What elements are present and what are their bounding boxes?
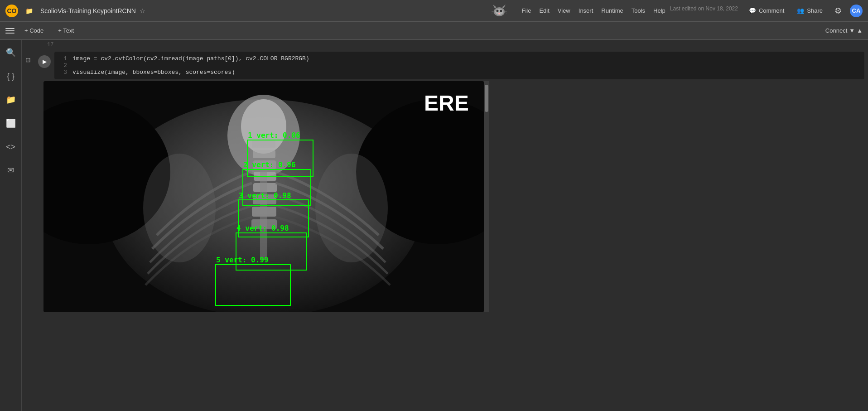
- add-text-button[interactable]: + Text: [53, 25, 78, 36]
- colab-logo: CO: [5, 5, 18, 17]
- cell-code-content[interactable]: 1 image = cv2.cvtColor(cv2.imread(image_…: [54, 52, 864, 79]
- svg-point-6: [498, 13, 500, 14]
- top-bar: CO 📁 ScolioVis-Training KeypointRCNN ☆ F…: [0, 0, 868, 22]
- svg-text:4 vert: 0.98: 4 vert: 0.98: [236, 224, 289, 232]
- sidebar-search-icon[interactable]: 🔍: [4, 45, 18, 60]
- svg-text:2 vert: 0.96: 2 vert: 0.96: [243, 160, 296, 169]
- code-line-2: 2: [60, 62, 859, 69]
- prev-cell-line: 17: [22, 40, 868, 50]
- svg-rect-17: [252, 140, 275, 148]
- cell-expand-icon[interactable]: ⊡: [25, 52, 34, 79]
- notebook-title-text: ScolioVis-Training KeypointRCNN: [40, 7, 136, 15]
- sidebar-expand-icon[interactable]: ⬜: [4, 116, 18, 131]
- avatar[interactable]: CA: [850, 5, 863, 17]
- vertical-scrollbar[interactable]: [484, 81, 489, 312]
- top-right: 💬 Comment 👥 Share ⚙ CA: [745, 5, 863, 17]
- chevron-down-icon: ▼: [849, 27, 855, 34]
- scrollbar-thumb[interactable]: [485, 85, 488, 112]
- run-cell-button[interactable]: ▶: [38, 55, 51, 68]
- menu-runtime[interactable]: Runtime: [598, 5, 627, 16]
- svg-rect-25: [260, 169, 267, 260]
- menu-view[interactable]: View: [554, 5, 574, 16]
- menu-file[interactable]: File: [518, 5, 535, 16]
- comment-icon: 💬: [749, 7, 756, 14]
- svg-text:5 vert: 0.99: 5 vert: 0.99: [216, 256, 269, 264]
- svg-text:1 vert: 0.86: 1 vert: 0.86: [248, 131, 300, 140]
- svg-text:ERE: ERE: [424, 91, 469, 115]
- menu-help[interactable]: Help: [650, 5, 669, 16]
- main-layout: 🔍 { } 📁 ⬜ <> ✉ 17 ⊡ ▶ 1 image = cv2.cvtC…: [0, 40, 868, 411]
- sidebar-mail-icon[interactable]: ✉: [4, 163, 18, 178]
- connect-button[interactable]: Connect ▼ ▲: [825, 27, 863, 34]
- svg-text:3 vert: 0.98: 3 vert: 0.98: [239, 191, 291, 200]
- code-line-3: 3 visualize(image, bboxes=bboxes, scores…: [60, 69, 859, 76]
- sidebar-folder-icon[interactable]: 📁: [4, 92, 18, 107]
- sidebar-code-icon[interactable]: { }: [4, 69, 18, 83]
- menu-bar: File Edit View Insert Runtime Tools Help…: [518, 5, 738, 16]
- cat-mascot: [488, 2, 511, 20]
- last-edited: Last edited on Nov 18, 2022: [670, 5, 738, 16]
- drive-icon: 📁: [25, 7, 33, 15]
- hamburger-menu-icon[interactable]: [5, 26, 14, 35]
- cell-output: 1 vert: 0.86 2 vert: 0.96 3 vert: 0.98 4…: [22, 81, 868, 316]
- sidebar: 🔍 { } 📁 ⬜ <> ✉: [0, 40, 22, 411]
- svg-point-5: [500, 10, 502, 12]
- svg-marker-2: [502, 5, 506, 8]
- secondary-bar: + Code + Text Connect ▼ ▲: [0, 22, 868, 40]
- svg-line-10: [504, 13, 507, 13]
- settings-icon[interactable]: ⚙: [832, 5, 844, 17]
- star-icon[interactable]: ☆: [140, 7, 145, 15]
- add-code-button[interactable]: + Code: [20, 25, 48, 36]
- share-icon: 👥: [797, 7, 804, 14]
- svg-line-8: [492, 13, 494, 13]
- menu-insert[interactable]: Insert: [575, 5, 597, 16]
- output-image: 1 vert: 0.86 2 vert: 0.96 3 vert: 0.98 4…: [43, 81, 484, 312]
- svg-point-27: [143, 154, 216, 262]
- svg-point-4: [497, 10, 499, 12]
- code-cell: ⊡ ▶ 1 image = cv2.cvtColor(cv2.imread(im…: [22, 50, 868, 81]
- menu-edit[interactable]: Edit: [535, 5, 553, 16]
- content-area[interactable]: 17 ⊡ ▶ 1 image = cv2.cvtColor(cv2.imread…: [22, 40, 868, 411]
- svg-point-26: [315, 154, 388, 262]
- code-line-1: 1 image = cv2.cvtColor(cv2.imread(image_…: [60, 55, 859, 62]
- menu-tools[interactable]: Tools: [628, 5, 649, 16]
- chevron-up-icon[interactable]: ▲: [857, 27, 863, 34]
- notebook-title: ScolioVis-Training KeypointRCNN ☆: [40, 7, 481, 15]
- svg-rect-18: [253, 150, 275, 158]
- svg-marker-1: [493, 5, 497, 8]
- sidebar-terminal-icon[interactable]: <>: [4, 140, 18, 154]
- share-button[interactable]: 👥 Share: [793, 5, 826, 16]
- xray-visualization: 1 vert: 0.86 2 vert: 0.96 3 vert: 0.98 4…: [43, 81, 484, 312]
- comment-button[interactable]: 💬 Comment: [745, 5, 788, 16]
